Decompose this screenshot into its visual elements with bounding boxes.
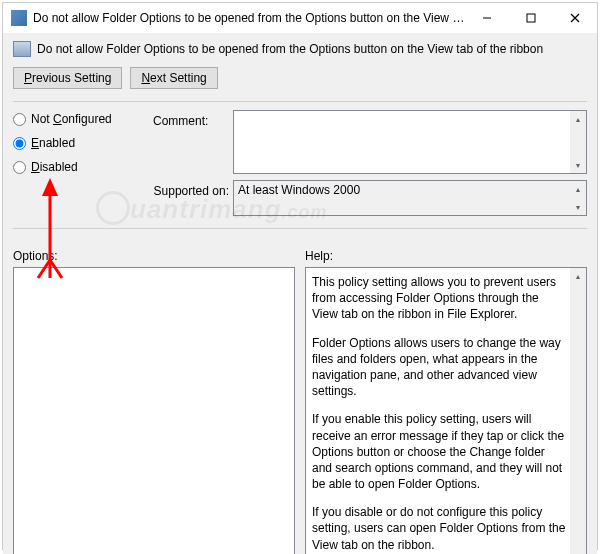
nav-buttons: Previous Setting Next Setting — [13, 67, 587, 89]
minimize-button[interactable] — [465, 3, 509, 33]
right-column: Comment: ▴ ▾ Supported on: At least Wind… — [153, 110, 587, 222]
options-label: Options: — [13, 249, 295, 263]
window-controls — [465, 3, 597, 33]
help-text: This policy setting allows you to preven… — [306, 268, 586, 554]
help-p3: If you enable this policy setting, users… — [312, 411, 566, 492]
help-scrollbar[interactable]: ▴ ▾ — [570, 268, 586, 554]
radio-not-configured-input[interactable] — [13, 113, 26, 126]
radio-not-configured[interactable]: Not Configured — [13, 112, 153, 126]
close-button[interactable] — [553, 3, 597, 33]
supported-label: Supported on: — [153, 180, 233, 216]
lower-panels: Options: Help: This policy setting allow… — [13, 249, 587, 554]
svg-rect-1 — [527, 14, 535, 22]
supported-on-box: At least Windows 2000 ▴ ▾ — [233, 180, 587, 216]
scroll-down-icon[interactable]: ▾ — [570, 157, 586, 173]
supported-scrollbar[interactable]: ▴ ▾ — [570, 181, 586, 215]
policy-icon — [13, 41, 31, 57]
help-p1: This policy setting allows you to preven… — [312, 274, 566, 323]
help-column: Help: This policy setting allows you to … — [305, 249, 587, 554]
separator — [13, 228, 587, 229]
window-title: Do not allow Folder Options to be opened… — [33, 11, 465, 25]
dialog-window: Do not allow Folder Options to be opened… — [2, 2, 598, 550]
help-box[interactable]: This policy setting allows you to preven… — [305, 267, 587, 554]
content-area: Do not allow Folder Options to be opened… — [3, 33, 597, 554]
radio-disabled[interactable]: Disabled — [13, 160, 153, 174]
radio-not-configured-label: Not Configured — [31, 112, 112, 126]
previous-setting-button[interactable]: Previous Setting — [13, 67, 122, 89]
scroll-up-icon[interactable]: ▴ — [570, 111, 586, 127]
radio-disabled-input[interactable] — [13, 161, 26, 174]
radio-enabled-input[interactable] — [13, 137, 26, 150]
options-box[interactable] — [13, 267, 295, 554]
comment-scrollbar[interactable]: ▴ ▾ — [570, 111, 586, 173]
titlebar[interactable]: Do not allow Folder Options to be opened… — [3, 3, 597, 33]
policy-header: Do not allow Folder Options to be opened… — [13, 41, 587, 57]
scroll-up-icon[interactable]: ▴ — [570, 181, 586, 197]
help-p4: If you disable or do not configure this … — [312, 504, 566, 553]
next-setting-button[interactable]: Next Setting — [130, 67, 217, 89]
state-radios: Not Configured Enabled Disabled — [13, 110, 153, 184]
radio-enabled[interactable]: Enabled — [13, 136, 153, 150]
scroll-down-icon[interactable]: ▾ — [570, 199, 586, 215]
app-icon — [11, 10, 27, 26]
maximize-button[interactable] — [509, 3, 553, 33]
options-column: Options: — [13, 249, 295, 554]
help-label: Help: — [305, 249, 587, 263]
separator — [13, 101, 587, 102]
comment-label: Comment: — [153, 110, 233, 174]
supported-row: Supported on: At least Windows 2000 ▴ ▾ — [153, 180, 587, 216]
config-row: Not Configured Enabled Disabled Comment: — [13, 110, 587, 222]
comment-textarea[interactable]: ▴ ▾ — [233, 110, 587, 174]
help-p2: Folder Options allows users to change th… — [312, 335, 566, 400]
comment-row: Comment: ▴ ▾ — [153, 110, 587, 174]
radio-disabled-label: Disabled — [31, 160, 78, 174]
radio-enabled-label: Enabled — [31, 136, 75, 150]
scroll-up-icon[interactable]: ▴ — [570, 268, 586, 284]
policy-title: Do not allow Folder Options to be opened… — [37, 42, 543, 56]
supported-value: At least Windows 2000 — [238, 183, 360, 197]
